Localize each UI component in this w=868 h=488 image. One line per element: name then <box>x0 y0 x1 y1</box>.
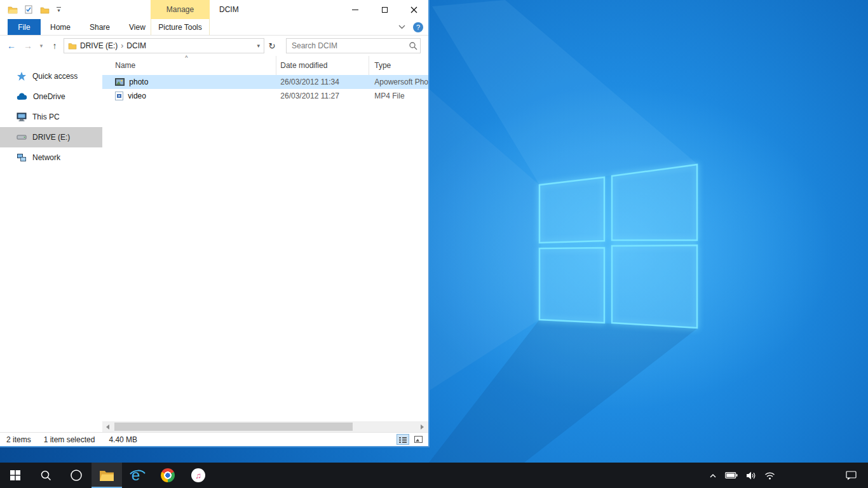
ie-icon: e <box>129 467 146 484</box>
file-name: video <box>128 92 146 100</box>
search-icon[interactable] <box>409 41 417 50</box>
file-tab[interactable]: File <box>8 19 41 35</box>
maximize-button[interactable] <box>370 0 399 19</box>
status-item-count: 2 items <box>6 435 31 444</box>
history-dropdown-icon[interactable]: ▾ <box>37 38 46 53</box>
search-input[interactable] <box>292 41 409 50</box>
help-button[interactable]: ? <box>413 22 423 32</box>
sidebar-item-label: DRIVE (E:) <box>32 133 70 142</box>
sort-ascending-icon: ^ <box>185 55 187 61</box>
column-header-type[interactable]: Type <box>369 61 428 70</box>
address-folder-icon <box>68 42 77 50</box>
view-toggle-buttons <box>397 434 424 445</box>
cloud-icon <box>17 93 27 100</box>
forward-button[interactable]: → <box>20 38 36 53</box>
window-controls <box>341 0 428 19</box>
file-date-cell: 26/03/2012 11:27 <box>276 92 369 100</box>
column-header-name[interactable]: Name <box>102 56 276 75</box>
table-row[interactable]: video 26/03/2012 11:27 MP4 File <box>102 89 428 103</box>
table-row[interactable]: photo 26/03/2012 11:34 Apowersoft Pho <box>102 75 428 89</box>
volume-icon[interactable] <box>746 471 756 480</box>
taskbar-file-explorer-button[interactable] <box>92 463 122 488</box>
file-list: ^ Name Date modified Type photo 26/03/20… <box>102 56 428 432</box>
tray-expand-icon[interactable] <box>709 473 717 478</box>
taskbar-ie-button[interactable]: e <box>122 463 153 488</box>
taskbar-itunes-button[interactable]: ♫ <box>183 463 214 488</box>
explorer-folder-icon[interactable] <box>8 5 18 14</box>
refresh-button[interactable]: ↻ <box>266 41 278 51</box>
action-center-icon <box>846 470 857 480</box>
window-title: DCIM <box>219 0 239 19</box>
file-type-cell: Apowersoft Pho <box>369 78 428 86</box>
network-icon <box>17 153 27 162</box>
sidebar-item-network[interactable]: Network <box>0 147 102 168</box>
file-type-cell: MP4 File <box>369 92 428 100</box>
address-bar[interactable]: DRIVE (E:) › DCIM ▾ <box>64 38 264 53</box>
maximize-icon <box>382 7 388 13</box>
file-name: photo <box>129 78 148 86</box>
address-dropdown-icon[interactable]: ▾ <box>257 43 260 49</box>
windows-logo-icon <box>10 470 20 480</box>
sidebar-item-quick-access[interactable]: Quick access <box>0 66 102 86</box>
file-date-cell: 26/03/2012 11:34 <box>276 78 369 86</box>
scroll-right-arrow[interactable] <box>417 421 428 432</box>
status-bar: 2 items 1 item selected 4.40 MB <box>0 432 428 446</box>
details-view-button[interactable] <box>397 434 409 445</box>
drive-icon <box>17 133 27 141</box>
video-file-icon <box>115 92 123 100</box>
action-center-button[interactable] <box>846 463 857 488</box>
file-name-cell: video <box>102 92 276 100</box>
tab-picture-tools[interactable]: Picture Tools <box>151 19 210 35</box>
tab-view[interactable]: View <box>119 19 155 35</box>
sidebar-item-drive-e[interactable]: DRIVE (E:) <box>0 127 102 147</box>
thumbnails-view-button[interactable] <box>412 434 424 445</box>
star-icon <box>17 71 27 81</box>
ribbon-tabs: File Home Share View Picture Tools ? <box>0 19 428 36</box>
navigation-pane: Quick access OneDrive This PC DRIVE (E:)… <box>0 56 102 432</box>
file-name-cell: photo <box>102 78 276 86</box>
tab-home[interactable]: Home <box>41 19 80 35</box>
scroll-thumb[interactable] <box>114 423 353 431</box>
taskbar: e ♫ <box>0 463 868 488</box>
manage-contextual-tab[interactable]: Manage <box>151 0 210 19</box>
address-toolbar: ← → ▾ ↑ DRIVE (E:) › DCIM ▾ ↻ <box>0 36 428 56</box>
battery-icon[interactable] <box>725 471 738 480</box>
sidebar-item-label: Network <box>32 153 60 162</box>
cortana-button[interactable] <box>61 463 92 488</box>
column-header-date-modified[interactable]: Date modified <box>276 56 369 75</box>
network-status-icon[interactable] <box>764 471 775 480</box>
status-selection: 1 item selected <box>44 435 95 444</box>
breadcrumb-segment-dcim[interactable]: DCIM <box>126 41 146 50</box>
up-button[interactable]: ↑ <box>47 38 62 53</box>
sidebar-item-label: This PC <box>32 112 60 121</box>
search-box <box>286 38 421 53</box>
itunes-icon: ♫ <box>191 468 205 482</box>
sidebar-item-label: Quick access <box>32 72 78 81</box>
taskbar-folder-icon <box>99 470 114 482</box>
quick-access-toolbar: ▾ <box>0 5 61 14</box>
cortana-icon <box>70 469 83 482</box>
ribbon-collapse-icon[interactable] <box>398 25 405 29</box>
taskbar-search-icon <box>40 470 51 481</box>
sidebar-item-this-pc[interactable]: This PC <box>0 107 102 127</box>
back-button[interactable]: ← <box>4 38 19 53</box>
taskbar-chrome-button[interactable] <box>153 463 183 488</box>
sidebar-item-onedrive[interactable]: OneDrive <box>0 86 102 107</box>
scroll-left-arrow[interactable] <box>102 421 113 432</box>
sidebar-item-label: OneDrive <box>33 92 65 101</box>
minimize-icon <box>352 10 358 10</box>
horizontal-scrollbar[interactable] <box>102 421 428 432</box>
column-headers: ^ Name Date modified Type <box>102 56 428 75</box>
close-button[interactable] <box>399 0 428 19</box>
breadcrumb-separator: › <box>121 41 123 50</box>
file-explorer-window: ▾ Manage DCIM File Home Share View Pictu… <box>0 0 430 447</box>
breadcrumb-segment-drive[interactable]: DRIVE (E:) <box>80 41 118 50</box>
tab-share[interactable]: Share <box>80 19 119 35</box>
taskbar-search-button[interactable] <box>31 463 61 488</box>
qat-new-folder-icon[interactable] <box>40 6 50 14</box>
pc-icon <box>17 112 27 121</box>
qat-properties-icon[interactable] <box>25 5 33 14</box>
qat-customize-dropdown-icon[interactable]: ▾ <box>57 7 61 13</box>
minimize-button[interactable] <box>341 0 370 19</box>
start-button[interactable] <box>0 463 31 488</box>
